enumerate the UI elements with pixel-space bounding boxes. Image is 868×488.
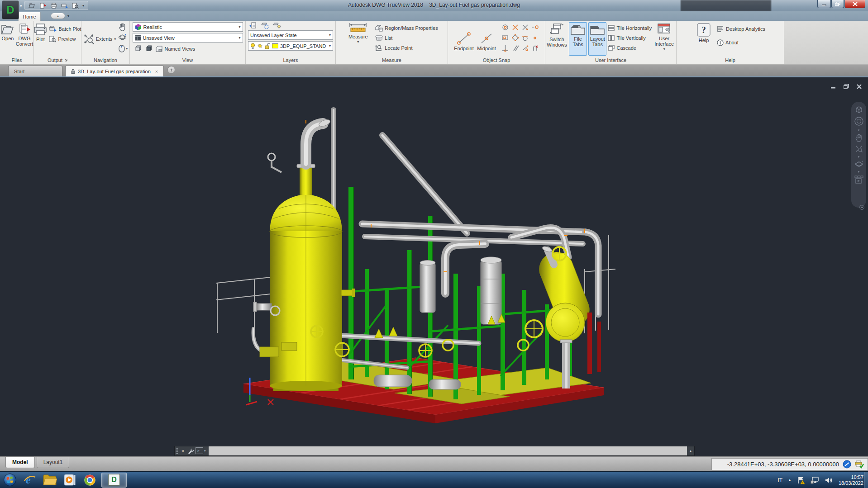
- region-mass-properties-button[interactable]: Region/Mass Properties: [375, 23, 438, 33]
- ribbon-collapse-button[interactable]: ▴: [51, 13, 65, 19]
- snap-midpoint-button[interactable]: Midpoint: [476, 22, 497, 56]
- snap-insertion-icon[interactable]: [500, 33, 510, 43]
- show-desktop-button[interactable]: [864, 472, 868, 488]
- layer-state-combo[interactable]: Unsaved Layer State ▾: [248, 30, 333, 40]
- command-input[interactable]: [209, 446, 687, 455]
- model-3d-fuel-gas-skid[interactable]: [0, 77, 868, 456]
- layer-state-arrow-icon[interactable]: ▾: [329, 33, 331, 37]
- restore-button[interactable]: [831, 0, 844, 8]
- snap-apparent-intersection-icon[interactable]: [520, 43, 530, 53]
- snap-quadrant-icon[interactable]: [510, 33, 520, 43]
- preview-button[interactable]: Preview: [49, 34, 81, 44]
- viewcube-icon[interactable]: [854, 105, 863, 114]
- application-menu-arrow-icon[interactable]: ▾: [20, 4, 22, 8]
- drawing-canvas[interactable]: ▾ ▾ ▾ × >_ ▾ ▲: [0, 77, 868, 456]
- dwg-convert-button[interactable]: DWG Convert: [16, 22, 33, 56]
- file-tab-start[interactable]: Start: [8, 66, 62, 76]
- layer-freeze-tool-icon[interactable]: [273, 22, 281, 29]
- action-center-flag-icon[interactable]: !: [797, 476, 805, 484]
- snap-nearest-icon[interactable]: [530, 33, 540, 43]
- file-tabs-toggle[interactable]: File Tabs: [569, 22, 587, 56]
- navbar-dropdown-icon[interactable]: ▾: [858, 171, 860, 173]
- measure-arrow-icon[interactable]: ▾: [357, 39, 359, 45]
- snap-parallel-icon[interactable]: [510, 43, 520, 53]
- language-indicator[interactable]: IT: [777, 477, 782, 483]
- command-scroll-up-icon[interactable]: ▲: [687, 446, 694, 455]
- layer-update-tool-icon[interactable]: [261, 22, 269, 29]
- start-button[interactable]: [0, 473, 20, 488]
- showmotion-icon[interactable]: [854, 175, 863, 184]
- command-bar-grip[interactable]: [175, 446, 179, 455]
- snap-extension-icon[interactable]: [530, 22, 540, 33]
- measure-button[interactable]: Measure ▾: [345, 22, 371, 56]
- tab-home[interactable]: Home: [18, 12, 41, 21]
- snap-node-icon[interactable]: [510, 22, 520, 33]
- navbar-customize-icon[interactable]: [859, 205, 864, 211]
- command-recent-icon[interactable]: ▾: [204, 446, 209, 455]
- file-tab-drawing[interactable]: 3D_Lay-out Fuel gas preparation ×: [65, 66, 164, 76]
- cube-shaded-icon[interactable]: [144, 45, 152, 52]
- drawing-restore-icon[interactable]: [844, 83, 849, 91]
- plot-button[interactable]: Plot: [33, 22, 47, 56]
- batch-plot-button[interactable]: Batch Plot: [49, 24, 81, 34]
- user-interface-button[interactable]: User Interface ▾: [653, 22, 675, 56]
- volume-icon[interactable]: [825, 477, 833, 484]
- view-combo[interactable]: Unsaved View ▾: [133, 33, 243, 43]
- pan-icon[interactable]: [119, 23, 126, 31]
- file-explorer-button[interactable]: [40, 473, 60, 488]
- application-menu-button[interactable]: D: [2, 0, 19, 19]
- taskbar-clock[interactable]: 10:57 18/03/2022: [839, 474, 863, 486]
- command-prompt-icon[interactable]: >_: [196, 447, 203, 454]
- drawing-minimize-icon[interactable]: [831, 83, 836, 91]
- about-button[interactable]: About: [717, 38, 765, 47]
- media-player-button[interactable]: [60, 473, 80, 488]
- command-customize-icon[interactable]: [186, 446, 195, 455]
- dwg-trueview-taskbar-button[interactable]: D: [101, 473, 127, 488]
- new-tab-button[interactable]: +: [167, 66, 175, 74]
- navbar-zoom-icon[interactable]: [855, 145, 863, 153]
- zoom-extents-button[interactable]: Extents ▾: [83, 33, 116, 44]
- navbar-orbit-icon[interactable]: [855, 161, 863, 168]
- user-interface-arrow-icon[interactable]: ▾: [663, 47, 665, 52]
- navbar-dropdown-icon[interactable]: ▾: [858, 156, 860, 158]
- command-close-icon[interactable]: ×: [179, 446, 186, 455]
- navbar-pan-icon[interactable]: [855, 134, 863, 142]
- close-button[interactable]: [844, 0, 865, 8]
- snap-none-icon[interactable]: [530, 43, 540, 53]
- current-layer-arrow-icon[interactable]: ▾: [329, 44, 331, 48]
- minimize-button[interactable]: [817, 0, 831, 8]
- cube-unshaded-icon[interactable]: [134, 45, 141, 52]
- switch-windows-button[interactable]: Switch Windows: [546, 22, 568, 56]
- drawing-close-icon[interactable]: [857, 83, 862, 91]
- help-button[interactable]: ? Help: [695, 22, 712, 56]
- snap-intersection-icon[interactable]: [520, 22, 530, 33]
- ribbon-collapse-arrow-icon[interactable]: ▾: [67, 14, 69, 18]
- snap-center-icon[interactable]: [500, 22, 510, 33]
- steering-wheel-arrow-icon[interactable]: ▾: [126, 47, 128, 51]
- list-button[interactable]: List: [375, 33, 438, 43]
- current-layer-combo[interactable]: 3DP_EQUP_STAND ▾: [248, 41, 333, 51]
- layout1-tab[interactable]: Layout1: [37, 457, 70, 468]
- navigation-wheel-icon[interactable]: [854, 116, 864, 126]
- layer-state-tool-icon[interactable]: [249, 22, 257, 29]
- tray-expand-icon[interactable]: ▲: [788, 478, 792, 482]
- tile-horizontally-button[interactable]: Tile Horizontally: [608, 23, 652, 33]
- visual-style-combo[interactable]: Realistic ▾: [133, 22, 243, 32]
- layout-tabs-toggle[interactable]: Layout Tabs: [588, 22, 606, 56]
- open-button[interactable]: Open: [1, 22, 14, 56]
- annotation-monitor-icon[interactable]: [843, 460, 851, 469]
- snap-endpoint-button[interactable]: Endpoint: [453, 22, 475, 56]
- orbit-icon[interactable]: [119, 33, 126, 41]
- model-tab[interactable]: Model: [5, 457, 35, 468]
- tab-close-icon[interactable]: ×: [155, 69, 158, 74]
- chrome-button[interactable]: [80, 473, 100, 488]
- network-icon[interactable]: [811, 477, 820, 484]
- view-combo-arrow-icon[interactable]: ▾: [238, 36, 240, 40]
- internet-explorer-button[interactable]: e: [20, 473, 40, 488]
- zoom-extents-arrow-icon[interactable]: ▾: [114, 37, 116, 41]
- cascade-button[interactable]: Cascade: [608, 43, 652, 53]
- snap-perpendicular-icon[interactable]: [500, 43, 510, 53]
- visual-style-arrow-icon[interactable]: ▾: [238, 25, 240, 29]
- snap-tangent-icon[interactable]: [520, 33, 530, 43]
- desktop-analytics-button[interactable]: Desktop Analytics: [717, 24, 765, 34]
